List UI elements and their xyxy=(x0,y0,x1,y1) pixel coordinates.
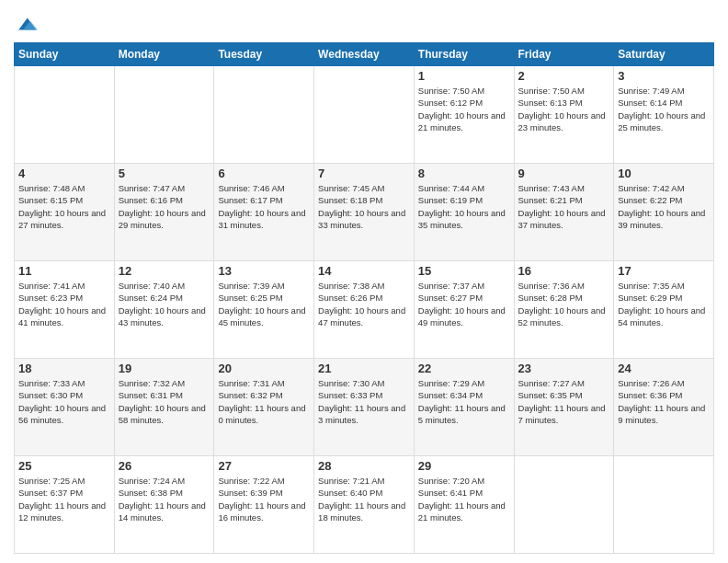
calendar-cell: 10Sunrise: 7:42 AMSunset: 6:22 PMDayligh… xyxy=(614,164,714,261)
calendar-page: SundayMondayTuesdayWednesdayThursdayFrid… xyxy=(0,0,728,563)
day-number: 7 xyxy=(318,167,410,180)
day-number: 16 xyxy=(518,264,610,278)
day-number: 24 xyxy=(618,362,710,375)
day-detail: Sunrise: 7:50 AMSunset: 6:12 PMDaylight:… xyxy=(418,85,510,133)
day-detail: Sunrise: 7:39 AMSunset: 6:25 PMDaylight:… xyxy=(218,280,310,328)
day-number: 29 xyxy=(418,459,510,473)
day-detail: Sunrise: 7:33 AMSunset: 6:30 PMDaylight:… xyxy=(18,377,110,426)
day-number: 10 xyxy=(618,167,710,180)
calendar-cell: 2Sunrise: 7:50 AMSunset: 6:13 PMDaylight… xyxy=(514,66,614,164)
logo-icon xyxy=(16,13,38,35)
calendar-cell: 23Sunrise: 7:27 AMSunset: 6:35 PMDayligh… xyxy=(514,359,614,456)
calendar-cell xyxy=(114,66,214,164)
day-number: 11 xyxy=(18,264,110,278)
calendar-week-row: 11Sunrise: 7:41 AMSunset: 6:23 PMDayligh… xyxy=(15,261,714,359)
day-number: 21 xyxy=(318,362,410,375)
day-detail: Sunrise: 7:36 AMSunset: 6:28 PMDaylight:… xyxy=(518,280,610,328)
calendar-cell: 6Sunrise: 7:46 AMSunset: 6:17 PMDaylight… xyxy=(214,164,314,261)
calendar-cell xyxy=(314,66,415,164)
day-number: 27 xyxy=(218,459,310,473)
calendar-cell: 18Sunrise: 7:33 AMSunset: 6:30 PMDayligh… xyxy=(15,359,115,456)
day-detail: Sunrise: 7:44 AMSunset: 6:19 PMDaylight:… xyxy=(418,182,510,231)
day-header-friday: Friday xyxy=(514,43,614,66)
calendar-cell: 21Sunrise: 7:30 AMSunset: 6:33 PMDayligh… xyxy=(314,359,415,456)
day-number: 14 xyxy=(318,264,410,278)
day-detail: Sunrise: 7:30 AMSunset: 6:33 PMDaylight:… xyxy=(318,377,410,426)
calendar-cell: 13Sunrise: 7:39 AMSunset: 6:25 PMDayligh… xyxy=(214,261,314,359)
calendar-cell: 20Sunrise: 7:31 AMSunset: 6:32 PMDayligh… xyxy=(214,359,314,456)
day-header-monday: Monday xyxy=(114,43,214,66)
day-detail: Sunrise: 7:47 AMSunset: 6:16 PMDaylight:… xyxy=(119,182,210,231)
calendar-cell: 27Sunrise: 7:22 AMSunset: 6:39 PMDayligh… xyxy=(214,456,314,554)
calendar-cell: 17Sunrise: 7:35 AMSunset: 6:29 PMDayligh… xyxy=(614,261,714,359)
calendar-week-row: 25Sunrise: 7:25 AMSunset: 6:37 PMDayligh… xyxy=(15,456,714,554)
day-number: 28 xyxy=(318,459,410,473)
day-detail: Sunrise: 7:46 AMSunset: 6:17 PMDaylight:… xyxy=(218,182,310,231)
day-detail: Sunrise: 7:20 AMSunset: 6:41 PMDaylight:… xyxy=(418,475,510,523)
day-detail: Sunrise: 7:45 AMSunset: 6:18 PMDaylight:… xyxy=(318,182,410,231)
calendar-week-row: 18Sunrise: 7:33 AMSunset: 6:30 PMDayligh… xyxy=(15,359,714,456)
day-number: 19 xyxy=(119,362,210,375)
day-header-tuesday: Tuesday xyxy=(214,43,314,66)
day-detail: Sunrise: 7:25 AMSunset: 6:37 PMDaylight:… xyxy=(18,475,110,523)
day-number: 9 xyxy=(518,167,610,180)
day-detail: Sunrise: 7:49 AMSunset: 6:14 PMDaylight:… xyxy=(618,85,710,133)
day-detail: Sunrise: 7:40 AMSunset: 6:24 PMDaylight:… xyxy=(119,280,210,328)
day-number: 5 xyxy=(119,167,210,180)
day-number: 20 xyxy=(218,362,310,375)
calendar-cell: 4Sunrise: 7:48 AMSunset: 6:15 PMDaylight… xyxy=(15,164,115,261)
calendar-cell: 19Sunrise: 7:32 AMSunset: 6:31 PMDayligh… xyxy=(114,359,214,456)
day-detail: Sunrise: 7:37 AMSunset: 6:27 PMDaylight:… xyxy=(418,280,510,328)
day-number: 1 xyxy=(418,69,510,83)
day-detail: Sunrise: 7:48 AMSunset: 6:15 PMDaylight:… xyxy=(18,182,110,231)
day-detail: Sunrise: 7:43 AMSunset: 6:21 PMDaylight:… xyxy=(518,182,610,231)
calendar-cell: 12Sunrise: 7:40 AMSunset: 6:24 PMDayligh… xyxy=(114,261,214,359)
header xyxy=(14,9,714,35)
calendar-cell: 8Sunrise: 7:44 AMSunset: 6:19 PMDaylight… xyxy=(414,164,514,261)
calendar-cell: 26Sunrise: 7:24 AMSunset: 6:38 PMDayligh… xyxy=(114,456,214,554)
day-detail: Sunrise: 7:21 AMSunset: 6:40 PMDaylight:… xyxy=(318,475,410,523)
day-detail: Sunrise: 7:29 AMSunset: 6:34 PMDaylight:… xyxy=(418,377,510,426)
day-number: 3 xyxy=(618,69,710,83)
calendar-cell: 15Sunrise: 7:37 AMSunset: 6:27 PMDayligh… xyxy=(414,261,514,359)
day-number: 26 xyxy=(119,459,210,473)
calendar-cell: 3Sunrise: 7:49 AMSunset: 6:14 PMDaylight… xyxy=(614,66,714,164)
calendar-cell: 9Sunrise: 7:43 AMSunset: 6:21 PMDaylight… xyxy=(514,164,614,261)
day-number: 15 xyxy=(418,264,510,278)
logo xyxy=(14,13,38,35)
day-header-saturday: Saturday xyxy=(614,43,714,66)
calendar-cell xyxy=(614,456,714,554)
day-detail: Sunrise: 7:24 AMSunset: 6:38 PMDaylight:… xyxy=(119,475,210,523)
day-detail: Sunrise: 7:22 AMSunset: 6:39 PMDaylight:… xyxy=(218,475,310,523)
day-number: 4 xyxy=(18,167,110,180)
day-number: 22 xyxy=(418,362,510,375)
calendar-cell: 5Sunrise: 7:47 AMSunset: 6:16 PMDaylight… xyxy=(114,164,214,261)
calendar-cell xyxy=(214,66,314,164)
calendar-cell: 16Sunrise: 7:36 AMSunset: 6:28 PMDayligh… xyxy=(514,261,614,359)
day-detail: Sunrise: 7:31 AMSunset: 6:32 PMDaylight:… xyxy=(218,377,310,426)
day-number: 6 xyxy=(218,167,310,180)
day-number: 8 xyxy=(418,167,510,180)
day-detail: Sunrise: 7:26 AMSunset: 6:36 PMDaylight:… xyxy=(618,377,710,426)
calendar-cell: 11Sunrise: 7:41 AMSunset: 6:23 PMDayligh… xyxy=(15,261,115,359)
calendar-cell: 7Sunrise: 7:45 AMSunset: 6:18 PMDaylight… xyxy=(314,164,415,261)
calendar-header-row: SundayMondayTuesdayWednesdayThursdayFrid… xyxy=(15,43,714,66)
calendar-cell: 28Sunrise: 7:21 AMSunset: 6:40 PMDayligh… xyxy=(314,456,415,554)
day-detail: Sunrise: 7:27 AMSunset: 6:35 PMDaylight:… xyxy=(518,377,610,426)
calendar-week-row: 4Sunrise: 7:48 AMSunset: 6:15 PMDaylight… xyxy=(15,164,714,261)
calendar-cell: 24Sunrise: 7:26 AMSunset: 6:36 PMDayligh… xyxy=(614,359,714,456)
day-number: 23 xyxy=(518,362,610,375)
day-detail: Sunrise: 7:32 AMSunset: 6:31 PMDaylight:… xyxy=(119,377,210,426)
day-number: 2 xyxy=(518,69,610,83)
day-header-sunday: Sunday xyxy=(15,43,115,66)
calendar-cell xyxy=(514,456,614,554)
day-number: 13 xyxy=(218,264,310,278)
day-detail: Sunrise: 7:42 AMSunset: 6:22 PMDaylight:… xyxy=(618,182,710,231)
day-detail: Sunrise: 7:50 AMSunset: 6:13 PMDaylight:… xyxy=(518,85,610,133)
day-detail: Sunrise: 7:35 AMSunset: 6:29 PMDaylight:… xyxy=(618,280,710,328)
calendar-cell: 29Sunrise: 7:20 AMSunset: 6:41 PMDayligh… xyxy=(414,456,514,554)
calendar-table: SundayMondayTuesdayWednesdayThursdayFrid… xyxy=(14,42,714,554)
calendar-cell: 22Sunrise: 7:29 AMSunset: 6:34 PMDayligh… xyxy=(414,359,514,456)
calendar-week-row: 1Sunrise: 7:50 AMSunset: 6:12 PMDaylight… xyxy=(15,66,714,164)
calendar-cell: 1Sunrise: 7:50 AMSunset: 6:12 PMDaylight… xyxy=(414,66,514,164)
